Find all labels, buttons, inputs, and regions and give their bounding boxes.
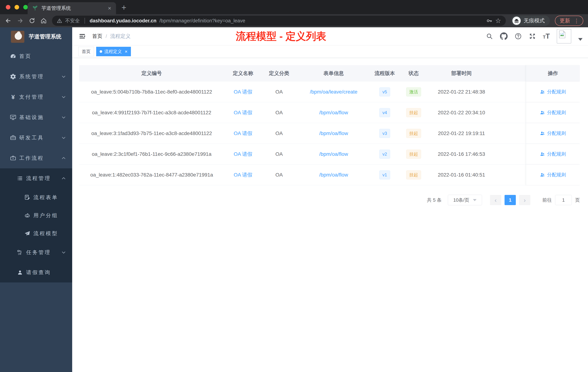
definition-name-link[interactable]: OA 请假 bbox=[234, 88, 252, 95]
tag-process-definition[interactable]: 流程定义 × bbox=[96, 47, 131, 56]
version-badge[interactable]: v5 bbox=[379, 87, 390, 97]
column-header: 定义分类 bbox=[262, 65, 296, 82]
form-link[interactable]: /bpm/oa/flow bbox=[319, 172, 348, 178]
annotation-title: 流程模型 - 定义列表 bbox=[236, 30, 326, 43]
window-controls bbox=[6, 5, 28, 10]
definition-name-link[interactable]: OA 请假 bbox=[234, 130, 252, 137]
column-header: 定义编号 bbox=[79, 65, 224, 82]
tab-title: 芋道管理系统 bbox=[42, 5, 104, 11]
tag-label: 首页 bbox=[82, 49, 91, 55]
tag-label: 流程定义 bbox=[104, 49, 122, 55]
form-link[interactable]: /bpm/oa/flow bbox=[319, 131, 348, 136]
list-icon bbox=[16, 175, 24, 181]
monitor-icon bbox=[9, 114, 17, 121]
breadcrumb-separator: / bbox=[106, 33, 107, 39]
sidebar-item-user-group[interactable]: 用户分组 bbox=[0, 206, 72, 224]
sidebar-item-process-form[interactable]: 流程表单 bbox=[0, 188, 72, 206]
forward-icon[interactable] bbox=[17, 17, 24, 24]
definition-name-link[interactable]: OA 请假 bbox=[234, 151, 252, 158]
assign-rule-link[interactable]: 分配规则 bbox=[540, 89, 566, 95]
definition-table: 定义编号 定义名称 定义分类 表单信息 流程版本 状态 部署时间 操作 oa_l… bbox=[79, 65, 580, 185]
form-link[interactable]: /bpm/oa/flow bbox=[319, 110, 348, 116]
help-icon[interactable] bbox=[514, 33, 522, 40]
browser-update-button[interactable]: 更新 ⋮ bbox=[555, 16, 583, 26]
page-size-select[interactable]: 10条/页 bbox=[448, 195, 482, 205]
incognito-label: 无痕模式 bbox=[524, 17, 545, 24]
tree-icon bbox=[16, 249, 24, 255]
sidebar-item-system[interactable]: 系统管理 bbox=[0, 66, 72, 87]
sidebar-item-label: 流程模型 bbox=[33, 230, 66, 237]
new-tab-button[interactable]: + bbox=[121, 2, 126, 12]
address-bar[interactable]: 不安全 dashboard.yudao.iocoder.cn/bpm/manag… bbox=[52, 16, 506, 26]
sidebar-item-dev-tools[interactable]: 研发工具 bbox=[0, 128, 72, 148]
version-badge[interactable]: v4 bbox=[379, 108, 390, 117]
column-header: 状态 bbox=[399, 65, 429, 82]
home-icon[interactable] bbox=[40, 17, 47, 24]
chevron-up-icon bbox=[61, 156, 66, 161]
page-number-button[interactable]: 1 bbox=[504, 195, 516, 205]
definition-id: oa_leave:4:991f2193-7b7f-11ec-a3c8-acde4… bbox=[79, 102, 224, 123]
paper-plane-icon bbox=[23, 230, 31, 237]
version-badge[interactable]: v3 bbox=[379, 129, 390, 138]
prev-page-button[interactable]: ‹ bbox=[490, 195, 501, 205]
sidebar-item-leave-query[interactable]: 请假查询 bbox=[0, 263, 72, 283]
definition-name-link[interactable]: OA 请假 bbox=[234, 109, 252, 116]
star-icon[interactable]: ☆ bbox=[495, 17, 501, 24]
hamburger-icon[interactable] bbox=[78, 33, 86, 40]
window-close-button[interactable] bbox=[6, 5, 10, 10]
update-label: 更新 bbox=[560, 17, 570, 24]
chevron-down-icon[interactable] bbox=[578, 38, 583, 41]
version-badge[interactable]: v1 bbox=[379, 170, 390, 179]
assign-rule-link[interactable]: 分配规则 bbox=[540, 109, 566, 116]
reload-icon[interactable] bbox=[29, 17, 35, 24]
key-icon[interactable] bbox=[486, 18, 492, 24]
sidebar-item-label: 工作流程 bbox=[19, 155, 59, 162]
sidebar-item-label: 基础设施 bbox=[19, 114, 59, 121]
sidebar-item-process-model[interactable]: 流程模型 bbox=[0, 224, 72, 242]
tab-strip: 芋道管理系统 × + bbox=[0, 0, 588, 14]
tab-close-icon[interactable]: × bbox=[108, 5, 111, 11]
assign-rule-link[interactable]: 分配规则 bbox=[540, 130, 566, 136]
form-icon bbox=[23, 194, 31, 201]
tag-close-icon[interactable]: × bbox=[125, 49, 127, 54]
sidebar-item-process-management[interactable]: 流程管理 bbox=[0, 168, 72, 188]
sidebar-item-home[interactable]: 首页 bbox=[0, 46, 72, 66]
next-page-button[interactable]: › bbox=[519, 195, 530, 205]
definition-name-link[interactable]: OA 请假 bbox=[234, 171, 252, 178]
goto-page-input[interactable] bbox=[555, 195, 572, 205]
tag-home[interactable]: 首页 bbox=[78, 47, 94, 56]
app-logo: 芋道管理系统 bbox=[0, 27, 72, 46]
navbar-actions: TT bbox=[486, 29, 583, 44]
app-logo-image bbox=[11, 31, 24, 43]
window-zoom-button[interactable] bbox=[23, 5, 28, 10]
assign-rule-link[interactable]: 分配规则 bbox=[540, 172, 566, 178]
version-badge[interactable]: v2 bbox=[379, 150, 390, 159]
column-header: 定义名称 bbox=[224, 65, 262, 82]
fullscreen-icon[interactable] bbox=[529, 33, 536, 40]
form-link[interactable]: /bpm/oa/flow bbox=[319, 151, 348, 157]
definition-id: oa_leave:5:004b710b-7b8a-11ec-8ef0-acde4… bbox=[79, 82, 224, 102]
incognito-icon bbox=[512, 17, 521, 25]
briefcase-icon bbox=[9, 155, 17, 161]
chevron-right-icon: › bbox=[524, 197, 526, 204]
search-icon[interactable] bbox=[486, 33, 493, 40]
assign-rule-link[interactable]: 分配规则 bbox=[540, 151, 566, 157]
back-icon[interactable] bbox=[5, 17, 12, 24]
breadcrumb-home-link[interactable]: 首页 bbox=[92, 33, 102, 40]
browser-menu-icon[interactable]: ⋮ bbox=[574, 18, 579, 24]
form-link[interactable]: /bpm/oa/leave/create bbox=[310, 89, 357, 95]
deploy-time: 2022-01-22 19:19:11 bbox=[429, 123, 494, 144]
table-row: oa_leave:1:482ec033-762a-11ec-8477-a2380… bbox=[79, 164, 580, 185]
status-badge: 挂起 bbox=[406, 108, 421, 117]
sidebar-item-task-management[interactable]: 任务管理 bbox=[0, 242, 72, 263]
app-navbar: 首页 / 流程定义 流程模型 - 定义列表 TT bbox=[72, 27, 588, 45]
sidebar-item-payment[interactable]: ¥ 支付管理 bbox=[0, 87, 72, 107]
sidebar-item-infrastructure[interactable]: 基础设施 bbox=[0, 107, 72, 128]
sidebar: 芋道管理系统 首页 系统管理 ¥ 支付管理 bbox=[0, 27, 72, 372]
browser-tab[interactable]: 芋道管理系统 × bbox=[28, 2, 116, 14]
github-icon[interactable] bbox=[500, 33, 508, 40]
font-size-icon[interactable]: TT bbox=[543, 33, 550, 40]
avatar[interactable] bbox=[557, 29, 571, 44]
sidebar-item-workflow[interactable]: 工作流程 bbox=[0, 148, 72, 168]
window-minimize-button[interactable] bbox=[15, 5, 19, 10]
